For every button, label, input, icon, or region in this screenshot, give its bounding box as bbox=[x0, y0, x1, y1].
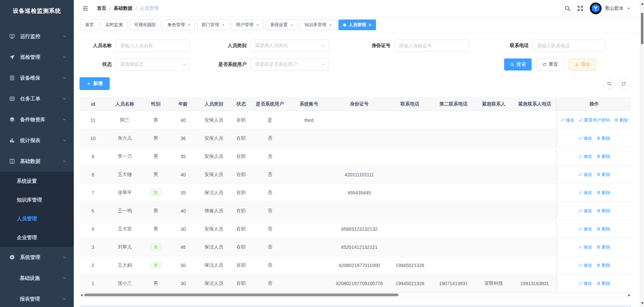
close-icon[interactable]: × bbox=[222, 23, 224, 27]
close-icon[interactable]: × bbox=[256, 23, 259, 27]
page-scrollbar-thumb[interactable] bbox=[641, 13, 643, 44]
action-edit[interactable]: 修改 bbox=[578, 244, 592, 250]
action-label: 删除 bbox=[602, 244, 610, 250]
sidebar-item-inspection-management[interactable]: 巡检管理 bbox=[0, 47, 74, 68]
tab-personnel-management[interactable]: 人员管理× bbox=[338, 19, 376, 30]
tab-home[interactable]: 首页 bbox=[80, 19, 99, 30]
action-delete[interactable]: 删除 bbox=[614, 117, 628, 123]
name-input[interactable] bbox=[116, 40, 190, 52]
cell-actions: 修改重置用户密码删除 bbox=[557, 111, 631, 129]
action-edit[interactable]: 修改 bbox=[578, 135, 592, 141]
action-edit[interactable]: 修改 bbox=[578, 172, 592, 178]
action-label: 删除 bbox=[602, 135, 610, 141]
user-menu[interactable]: 青山碧水 bbox=[590, 2, 631, 14]
action-edit[interactable]: 修改 bbox=[578, 280, 592, 287]
action-edit[interactable]: 修改 bbox=[560, 117, 575, 123]
sidebar-item-spare-parts-warehouse[interactable]: 备件物资库 bbox=[0, 109, 74, 130]
sidebar-item-basic-data[interactable]: 基础数据 bbox=[0, 151, 74, 172]
tab-department-management[interactable]: 部门管理× bbox=[197, 19, 229, 30]
action-edit[interactable]: 修改 bbox=[578, 226, 592, 232]
action-delete[interactable]: 删除 bbox=[596, 226, 610, 232]
export-button[interactable]: 导出 bbox=[569, 58, 596, 71]
action-edit[interactable]: 修改 bbox=[578, 190, 592, 196]
action-edit[interactable]: 修改 bbox=[578, 262, 592, 268]
action-delete[interactable]: 删除 bbox=[596, 244, 610, 250]
tab-role-management[interactable]: 角色管理× bbox=[163, 19, 195, 30]
search-button[interactable]: 搜索 bbox=[504, 58, 532, 71]
is-system-user-select[interactable]: 请选择是否系统用户 bbox=[251, 58, 329, 71]
column-header-emergency-phone: 紧急联系人电话 bbox=[513, 97, 557, 111]
action-edit[interactable]: 修改 bbox=[578, 154, 592, 160]
search-icon[interactable] bbox=[564, 5, 571, 12]
column-header-id: id bbox=[79, 97, 106, 111]
action-delete[interactable]: 删除 bbox=[596, 208, 610, 214]
tab-label: 用户管理 bbox=[236, 22, 253, 28]
gear-icon bbox=[9, 254, 15, 260]
scroll-down-icon[interactable] bbox=[641, 302, 644, 304]
phone-input[interactable] bbox=[533, 40, 605, 52]
status-select[interactable]: 请选择状态 bbox=[116, 58, 190, 71]
sidebar-item-label: 系统设置 bbox=[17, 178, 37, 184]
fullscreen-icon[interactable] bbox=[577, 5, 584, 12]
close-icon[interactable]: × bbox=[329, 23, 332, 27]
active-dot-icon bbox=[343, 24, 346, 27]
close-icon[interactable]: × bbox=[187, 23, 190, 27]
tab-knowledge-base[interactable]: 知识库管理× bbox=[300, 19, 336, 30]
sidebar-item-personnel-management[interactable]: 人员管理 bbox=[0, 209, 74, 228]
sidebar-item-task-work-order[interactable]: 任务工单 bbox=[0, 88, 74, 109]
cell-name: 刘翠儿 bbox=[106, 238, 143, 256]
cell-age: 35 bbox=[168, 184, 198, 202]
breadcrumb-basic-data[interactable]: 基础数据 bbox=[114, 5, 132, 11]
horizontal-scrollbar[interactable] bbox=[79, 293, 631, 297]
action-delete[interactable]: 删除 bbox=[596, 172, 610, 178]
sidebar-item-equipment-maintenance[interactable]: 设备维保 bbox=[0, 68, 74, 88]
delete-icon bbox=[596, 263, 601, 267]
sidebar-item-operation-monitoring[interactable]: 运行监控 bbox=[0, 26, 74, 47]
cell-name: 张翠平 bbox=[106, 184, 143, 202]
action-reset-password[interactable]: 重置用户密码 bbox=[579, 117, 610, 123]
action-delete[interactable]: 删除 bbox=[596, 154, 610, 160]
tab-label: 实时监测 bbox=[105, 22, 123, 28]
add-button[interactable]: 新增 bbox=[79, 77, 110, 90]
tab-user-management[interactable]: 用户管理× bbox=[231, 19, 263, 30]
action-delete[interactable]: 删除 bbox=[596, 280, 610, 287]
cell-phone bbox=[388, 220, 432, 238]
tab-visual-park[interactable]: 可视化园区 bbox=[129, 19, 161, 30]
sidebar-item-enterprise-management[interactable]: 企业管理 bbox=[0, 228, 74, 247]
app-layout: 设备巡检监测系统 运行监控巡检管理设备维保任务工单备件物资库统计报表基础数据系统… bbox=[0, 0, 644, 307]
toggle-search-button[interactable] bbox=[604, 78, 615, 89]
sidebar-item-system-management[interactable]: 系统管理 bbox=[0, 247, 74, 268]
refresh-table-button[interactable] bbox=[618, 78, 629, 89]
download-icon bbox=[574, 62, 579, 67]
sidebar-item-knowledge-base[interactable]: 知识库管理 bbox=[0, 190, 74, 209]
category-select[interactable]: 请选择人员类别 bbox=[251, 40, 329, 52]
page-scrollbar[interactable] bbox=[640, 0, 644, 307]
scroll-up-icon[interactable] bbox=[641, 3, 644, 5]
sidebar-item-statistics-reports[interactable]: 统计报表 bbox=[0, 130, 74, 151]
tab-system-settings[interactable]: 系统设置× bbox=[266, 19, 298, 30]
tab-realtime-monitoring[interactable]: 实时监测 bbox=[101, 19, 127, 30]
edit-icon bbox=[578, 245, 583, 249]
close-icon[interactable]: × bbox=[290, 23, 293, 27]
close-icon[interactable]: × bbox=[369, 23, 371, 27]
horizontal-scrollbar-thumb[interactable] bbox=[84, 294, 398, 296]
sidebar-item-report-management[interactable]: 报表管理 bbox=[0, 289, 74, 307]
reset-button[interactable]: 重置 bbox=[536, 58, 564, 71]
scroll-right-icon[interactable] bbox=[628, 294, 630, 297]
scroll-left-icon[interactable] bbox=[80, 294, 83, 297]
filter-status: 状态 请选择状态 bbox=[79, 58, 190, 71]
id-card-input[interactable] bbox=[394, 40, 469, 52]
edit-icon bbox=[578, 227, 583, 231]
action-delete[interactable]: 删除 bbox=[596, 262, 610, 268]
sidebar-collapse-icon[interactable] bbox=[82, 5, 89, 12]
cell-is-system-user: 是 bbox=[253, 111, 287, 129]
breadcrumb-home[interactable]: 首页 bbox=[97, 5, 106, 11]
action-delete[interactable]: 删除 bbox=[596, 135, 610, 141]
tab-label: 人员管理 bbox=[348, 22, 366, 28]
action-edit[interactable]: 修改 bbox=[578, 208, 592, 214]
sidebar-item-infrastructure[interactable]: 基础设施 bbox=[0, 268, 74, 289]
action-delete[interactable]: 删除 bbox=[596, 190, 610, 196]
sidebar-item-system-settings[interactable]: 系统设置 bbox=[0, 172, 74, 190]
cell-phone bbox=[388, 184, 432, 202]
cell-name: 王大雷 bbox=[106, 220, 143, 238]
